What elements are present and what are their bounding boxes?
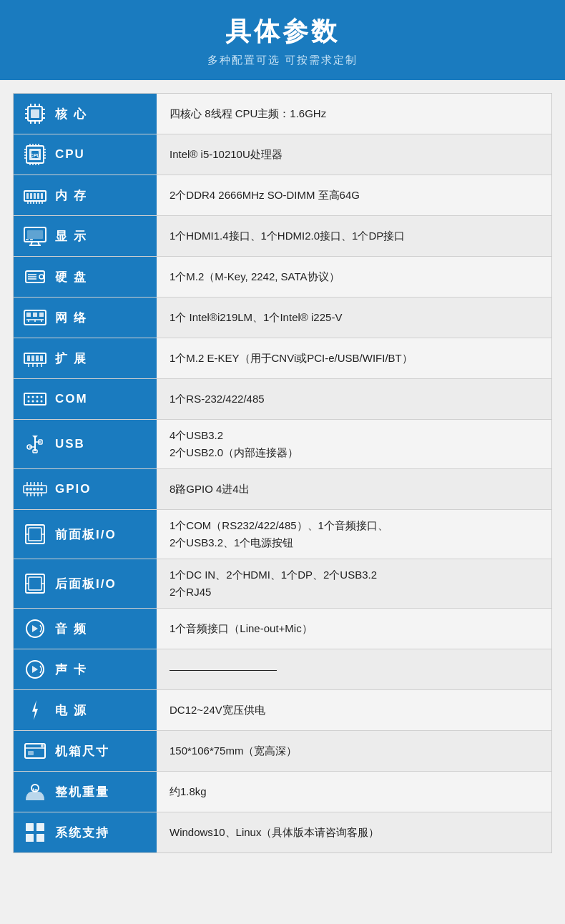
svg-rect-127: [36, 823, 44, 831]
value-line: 1个HDMI1.4接口、1个HDMI2.0接口、1个DP接口: [170, 227, 539, 245]
header: 具体参数 多种配置可选 可按需求定制: [0, 0, 565, 80]
value-line: 1个M.2（M-Key, 2242, SATA协议）: [170, 268, 539, 285]
value-inner-os: Windows10、Linux（具体版本请咨询客服）: [170, 824, 539, 841]
svg-point-96: [40, 488, 43, 491]
value-weight: 约1.8kg: [157, 772, 551, 812]
label-text-display: 显 示: [55, 228, 87, 245]
svg-point-76: [28, 396, 30, 398]
svg-rect-67: [27, 355, 30, 361]
svg-point-93: [29, 488, 32, 491]
value-inner-cpu: Intel® i5-10210U处理器: [170, 146, 539, 163]
label-text-weight: 整机重量: [55, 784, 109, 800]
network-icon: [21, 303, 49, 332]
label-text-chassis: 机箱尺寸: [55, 743, 109, 760]
svg-point-82: [36, 400, 39, 403]
value-usb: 4个USB3.22个USB2.0（内部连接器）: [157, 420, 551, 468]
memory-icon: [21, 181, 49, 210]
label-core: 核 心: [14, 94, 157, 134]
value-hdd: 1个M.2（M-Key, 2242, SATA协议）: [157, 257, 551, 297]
svg-point-81: [32, 400, 34, 403]
value-inner-expand: 1个M.2 E-KEY（用于CNVi或PCI-e/USB/WIFI/BT）: [170, 350, 539, 367]
value-chassis: 150*106*75mm（宽高深）: [157, 731, 551, 771]
row-core: 核 心四核心 8线程 CPU主频：1.6GHz: [14, 94, 551, 134]
svg-point-77: [32, 396, 34, 398]
row-rear-io: 后面板I/O1个DC IN、2个HDMI、1个DP、2个USB3.22个RJ45: [14, 559, 551, 609]
row-front-io: 前面板I/O1个COM（RS232/422/485）、1个音频接口、2个USB3…: [14, 510, 551, 559]
row-os: 系统支持Windows10、Linux（具体版本请咨询客服）: [14, 812, 551, 852]
svg-point-79: [41, 396, 43, 398]
label-com: COM: [14, 379, 157, 419]
label-audio: 音 频: [14, 609, 157, 649]
chassis-icon: [21, 737, 49, 765]
svg-point-80: [28, 400, 30, 403]
os-icon: [21, 818, 49, 847]
value-line: 1个 Intel®i219LM、1个Intel® i225-V: [170, 309, 539, 326]
label-text-audio: 音 频: [55, 621, 87, 637]
value-line: 1个音频接口（Line-out+Mic）: [170, 620, 539, 637]
value-core: 四核心 8线程 CPU主频：1.6GHz: [157, 94, 551, 134]
cpu-core-icon: [21, 99, 49, 128]
svg-point-122: [41, 744, 44, 747]
row-audio: 音 频1个音频接口（Line-out+Mic）: [14, 609, 551, 649]
gpio-icon: [21, 475, 49, 503]
label-text-soundcard: 声 卡: [55, 662, 87, 678]
svg-marker-85: [32, 436, 38, 438]
svg-point-54: [39, 275, 44, 279]
svg-text:CPU: CPU: [30, 153, 41, 158]
label-text-memory: 内 存: [55, 187, 87, 204]
value-memory: 2个DDR4 2666MHz SO-DIMM 至高64G: [157, 175, 551, 215]
svg-rect-68: [31, 355, 34, 361]
value-line: 8路GPIO 4进4出: [170, 481, 539, 498]
label-text-core: 核 心: [55, 106, 87, 122]
value-cpu: Intel® i5-10210U处理器: [157, 134, 551, 175]
svg-rect-38: [37, 193, 39, 199]
svg-rect-51: [26, 239, 29, 240]
value-inner-rear-io: 1个DC IN、2个HDMI、1个DP、2个USB3.22个RJ45: [170, 566, 539, 601]
svg-point-83: [41, 400, 43, 403]
value-line: DC12~24V宽压供电: [170, 702, 539, 719]
value-soundcard: ——————————: [157, 649, 551, 689]
label-power: 电 源: [14, 690, 157, 730]
value-inner-audio: 1个音频接口（Line-out+Mic）: [170, 620, 539, 637]
label-cpu: CPU CPU: [14, 134, 157, 175]
value-inner-network: 1个 Intel®i219LM、1个Intel® i225-V: [170, 309, 539, 326]
label-usb: USB: [14, 420, 157, 468]
label-weight: kg 整机重量: [14, 772, 157, 812]
svg-point-78: [36, 396, 39, 398]
label-text-rear-io: 后面板I/O: [55, 576, 117, 592]
value-line: Windows10、Linux（具体版本请咨询客服）: [170, 824, 539, 841]
label-soundcard: 声 卡: [14, 649, 157, 689]
value-line: 1个DC IN、2个HDMI、1个DP、2个USB3.2: [170, 566, 539, 584]
svg-marker-119: [32, 700, 38, 720]
rear-panel-icon: [21, 569, 49, 598]
row-cpu: CPU CPUIntel® i5-10210U处理器: [14, 134, 551, 175]
value-line: 2个DDR4 2666MHz SO-DIMM 至高64G: [170, 187, 539, 204]
label-text-front-io: 前面板I/O: [55, 526, 117, 543]
soundcard-icon: [21, 655, 49, 684]
row-gpio: GPIO8路GPIO 4进4出: [14, 469, 551, 510]
value-inner-core: 四核心 8线程 CPU主频：1.6GHz: [170, 105, 539, 122]
value-line: ——————————: [170, 661, 539, 678]
value-audio: 1个音频接口（Line-out+Mic）: [157, 609, 551, 649]
label-memory: 内 存: [14, 175, 157, 215]
svg-rect-75: [24, 393, 46, 405]
svg-rect-36: [30, 193, 32, 199]
svg-rect-47: [27, 230, 43, 239]
label-expand: 扩 展: [14, 338, 157, 378]
label-chassis: 机箱尺寸: [14, 731, 157, 771]
svg-rect-70: [40, 355, 43, 361]
label-gpio: GPIO: [14, 469, 157, 509]
value-gpio: 8路GPIO 4进4出: [157, 469, 551, 509]
label-rear-io: 后面板I/O: [14, 559, 157, 608]
value-line: 四核心 8线程 CPU主频：1.6GHz: [170, 105, 539, 122]
row-expand: 扩 展1个M.2 E-KEY（用于CNVi或PCI-e/USB/WIFI/BT）: [14, 338, 551, 379]
value-line: 150*106*75mm（宽高深）: [170, 742, 539, 760]
svg-rect-35: [26, 193, 29, 199]
value-inner-weight: 约1.8kg: [170, 783, 539, 800]
svg-rect-112: [29, 577, 41, 590]
value-line: 2个USB3.2、1个电源按钮: [170, 534, 539, 551]
value-display: 1个HDMI1.4接口、1个HDMI2.0接口、1个DP接口: [157, 216, 551, 256]
value-line: 1个RS-232/422/485: [170, 390, 539, 408]
label-hdd: 硬 盘: [14, 257, 157, 297]
value-inner-usb: 4个USB3.22个USB2.0（内部连接器）: [170, 427, 539, 461]
